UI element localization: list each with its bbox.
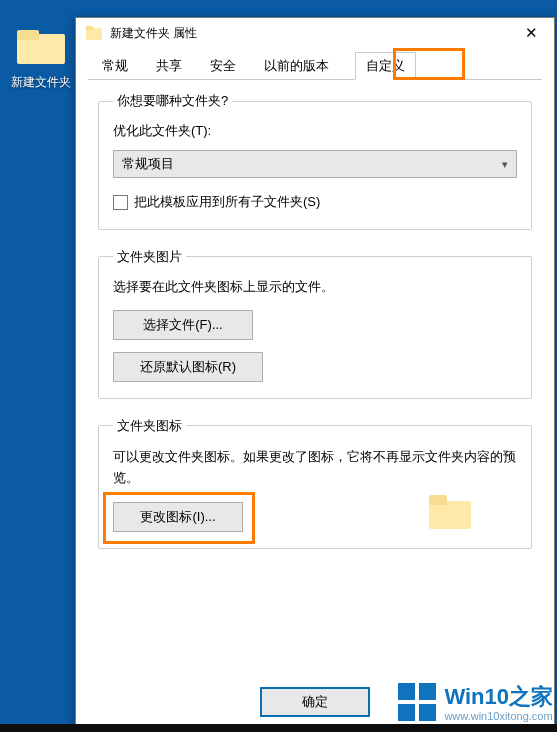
apply-subfolders-row: 把此模板应用到所有子文件夹(S) [113,192,517,213]
tab-previous-versions[interactable]: 以前的版本 [262,53,331,80]
ok-button[interactable]: 确定 [260,687,370,717]
window-title: 新建文件夹 属性 [110,25,197,42]
close-button[interactable]: ✕ [508,18,554,48]
folder-icon [86,26,102,40]
properties-window: 新建文件夹 属性 ✕ 常规 共享 安全 以前的版本 自定义 你想要哪种文件夹? … [75,17,555,730]
group-legend: 文件夹图片 [113,248,186,266]
taskbar [0,724,557,732]
tab-share[interactable]: 共享 [154,53,184,80]
choose-file-button[interactable]: 选择文件(F)... [113,310,253,340]
titlebar: 新建文件夹 属性 ✕ [76,18,554,48]
tab-customize[interactable]: 自定义 [355,52,416,80]
tab-general[interactable]: 常规 [100,53,130,80]
desktop-folder[interactable]: 新建文件夹 [10,30,72,91]
apply-subfolders-checkbox[interactable] [113,195,128,210]
desktop-folder-label: 新建文件夹 [10,74,72,91]
watermark-url: www.win10xitong.com [444,710,553,722]
group-folder-picture: 文件夹图片 选择要在此文件夹图标上显示的文件。 选择文件(F)... 还原默认图… [98,248,532,399]
watermark: Win10之家 www.win10xitong.com [398,682,553,722]
windows-logo-icon [398,683,436,721]
group-folder-type: 你想要哪种文件夹? 优化此文件夹(T): 常规项目 ▾ 把此模板应用到所有子文件… [98,92,532,230]
folder-icon [17,30,65,68]
group-folder-icon: 文件夹图标 可以更改文件夹图标。如果更改了图标，它将不再显示文件夹内容的预览。 … [98,417,532,550]
watermark-brand: Win10之家 [444,682,553,712]
tab-strip: 常规 共享 安全 以前的版本 自定义 [76,54,554,80]
change-icon-button[interactable]: 更改图标(I)... [113,502,243,532]
chevron-down-icon: ▾ [502,158,508,171]
folder-icon-preview [429,495,471,531]
dialog-body: 你想要哪种文件夹? 优化此文件夹(T): 常规项目 ▾ 把此模板应用到所有子文件… [76,80,554,677]
group-legend: 文件夹图标 [113,417,186,435]
folder-picture-desc: 选择要在此文件夹图标上显示的文件。 [113,278,517,296]
folder-icon-desc: 可以更改文件夹图标。如果更改了图标，它将不再显示文件夹内容的预览。 [113,447,517,489]
apply-subfolders-label: 把此模板应用到所有子文件夹(S) [134,192,320,213]
tab-security[interactable]: 安全 [208,53,238,80]
restore-default-button[interactable]: 还原默认图标(R) [113,352,263,382]
select-value: 常规项目 [122,155,174,173]
optimize-label: 优化此文件夹(T): [113,122,517,140]
optimize-select[interactable]: 常规项目 ▾ [113,150,517,178]
group-legend: 你想要哪种文件夹? [113,92,232,110]
